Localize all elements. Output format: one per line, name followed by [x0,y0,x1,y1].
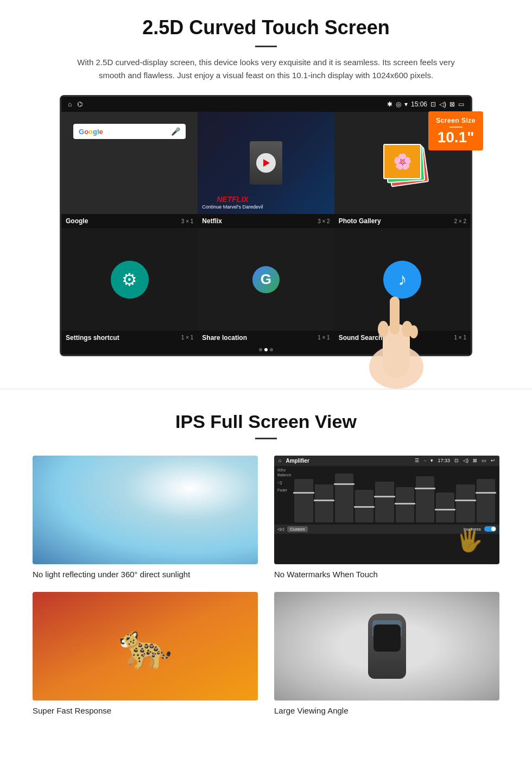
car-body [368,614,406,679]
maps-g-logo: G [252,266,280,293]
car-shape [368,614,406,679]
sound-label: Sound Search [339,334,383,342]
screen-mockup: ⌂ ⌬ ✱ ◎ ▾ 15:06 ⊡ ◁) ⊠ ▭ [60,95,472,356]
feature-label-car: Large Viewing Angle [274,706,499,715]
screen-mockup-wrap: ⌂ ⌬ ✱ ◎ ▾ 15:06 ⊡ ◁) ⊠ ▭ [60,95,472,356]
badge-size: 10.1" [436,130,476,145]
app-labels-row2: Settings shortcut 1 × 1 Share location 1… [61,331,471,345]
music-note-icon: ♪ [398,269,407,289]
feature-img-amplifier: ⌂ Amplifier ☰ ·· ▾ 17:33 ⊡ ◁) ⊠ ▭ ↩ [274,456,499,564]
badge-divider [449,127,463,128]
google-size: 3 × 1 [181,218,194,224]
app-cell-netflix[interactable]: NETFLIX Continue Marvel's Daredevil [198,112,334,214]
settings-gear-icon: ⚙ [122,269,137,290]
wifi-icon: ▾ [404,100,408,108]
location-icon: ◎ [396,100,401,108]
features-grid: No light reflecting under 360° direct su… [22,456,510,715]
app-label-sound: Sound Search 1 × 1 [334,333,471,343]
netflix-bg: NETFLIX Continue Marvel's Daredevil [198,112,334,214]
flower-icon: 🌸 [384,145,420,178]
pagination-dots [61,345,471,355]
sunlight-image [33,456,258,564]
amplifier-image: ⌂ Amplifier ☰ ·· ▾ 17:33 ⊡ ◁) ⊠ ▭ ↩ [274,456,499,564]
netflix-label: Netflix [202,217,222,225]
app-labels-row1: Google 3 × 1 Netflix 3 × 2 Photo Gallery… [61,214,471,228]
app-label-google: Google 3 × 1 [61,216,198,226]
google-mic-icon[interactable]: 🎤 [171,127,180,136]
section-divider [0,389,532,389]
app-label-share: Share location 1 × 1 [198,333,334,343]
status-bar-right: ✱ ◎ ▾ 15:06 ⊡ ◁) ⊠ ▭ [387,100,464,108]
app-label-settings: Settings shortcut 1 × 1 [61,333,198,343]
feature-img-cheetah: 🐆 [33,592,258,701]
app-cell-google[interactable]: Google 🎤 [61,112,198,214]
badge-title: Screen Size [436,117,476,124]
window-icon[interactable]: ▭ [458,100,464,108]
close-icon[interactable]: ⊠ [449,100,455,108]
gallery-size: 2 × 2 [454,218,466,224]
netflix-app-inner: NETFLIX Continue Marvel's Daredevil [198,112,334,214]
amp-custom-btn[interactable]: Custom [287,526,308,532]
google-search-bar[interactable]: Google 🎤 [73,124,186,139]
section1-description: With 2.5D curved-display screen, this de… [76,56,456,82]
settings-size: 1 × 1 [181,335,194,340]
gallery-card-3: 🌸 [383,144,421,179]
home-icon[interactable]: ⌂ [68,100,72,108]
section2-title-divider [255,438,277,439]
dot-2[interactable] [264,348,268,351]
app-cell-settings[interactable]: ⚙ [61,228,198,330]
feature-label-cheetah: Super Fast Response [33,706,258,715]
google-search-area: Google 🎤 [68,118,191,144]
share-label: Share location [202,334,247,342]
netflix-label-area: NETFLIX Continue Marvel's Daredevil [202,195,263,210]
usb-icon: ⌬ [77,100,83,108]
share-app-inner: G [198,228,334,330]
cheetah-image: 🐆 [33,592,258,701]
sound-app-inner: ♪ [334,228,471,330]
app-grid-row2: ⚙ G ♪ [61,228,471,330]
netflix-subtitle-text: Continue Marvel's Daredevil [202,204,263,210]
feature-label-sunlight: No light reflecting under 360° direct su… [33,570,258,579]
app-label-netflix: Netflix 3 × 2 [198,216,334,226]
amp-hand-overlay: 🖐 [456,528,483,553]
feature-img-car [274,592,499,701]
dot-1[interactable] [259,348,262,351]
google-app-inner: Google 🎤 [61,112,198,214]
app-cell-sound-search[interactable]: ♪ [334,228,471,330]
settings-icon-circle: ⚙ [111,261,149,299]
app-label-gallery: Photo Gallery 2 × 2 [334,216,471,226]
bluetooth-icon: ✱ [387,100,392,108]
car-roof [373,624,401,652]
cheetah-emoji: 🐆 [118,621,173,672]
status-bar: ⌂ ⌬ ✱ ◎ ▾ 15:06 ⊡ ◁) ⊠ ▭ [61,97,471,112]
status-bar-left: ⌂ ⌬ [68,100,83,108]
google-label: Google [66,217,88,225]
netflix-brand-text: NETFLIX [202,195,263,204]
netflix-size: 3 × 2 [318,218,330,224]
sound-size: 1 × 1 [454,335,466,340]
feature-sunlight: No light reflecting under 360° direct su… [33,456,258,579]
feature-label-amplifier: No Watermarks When Touch [274,570,499,579]
share-size: 1 × 1 [318,335,330,340]
car-image [274,592,499,701]
dot-3[interactable] [270,348,273,351]
google-logo: Google [79,128,103,136]
section1-title-divider [255,46,277,47]
curved-touch-screen-section: 2.5D Curved Touch Screen With 2.5D curve… [0,0,532,367]
app-grid-row1: Google 🎤 [61,112,471,214]
sound-icon-circle: ♪ [383,261,421,299]
feature-img-sunlight [33,456,258,564]
screen-size-badge: Screen Size 10.1" [428,111,483,150]
ips-full-screen-section: IPS Full Screen View No light reflecting… [0,406,532,731]
gallery-stack: 🌸 [381,141,424,185]
feature-car: Large Viewing Angle [274,592,499,715]
camera-icon: ⊡ [430,100,436,108]
app-cell-share-location[interactable]: G [198,228,334,330]
section2-title: IPS Full Screen View [22,411,510,432]
settings-label: Settings shortcut [66,334,119,342]
amp-loudness-toggle[interactable] [484,526,496,532]
netflix-play-button[interactable] [256,153,276,173]
feature-cheetah: 🐆 Super Fast Response [33,592,258,715]
gallery-label: Photo Gallery [339,217,381,225]
amp-header: ⌂ Amplifier ☰ ·· ▾ 17:33 ⊡ ◁) ⊠ ▭ ↩ [274,456,499,466]
